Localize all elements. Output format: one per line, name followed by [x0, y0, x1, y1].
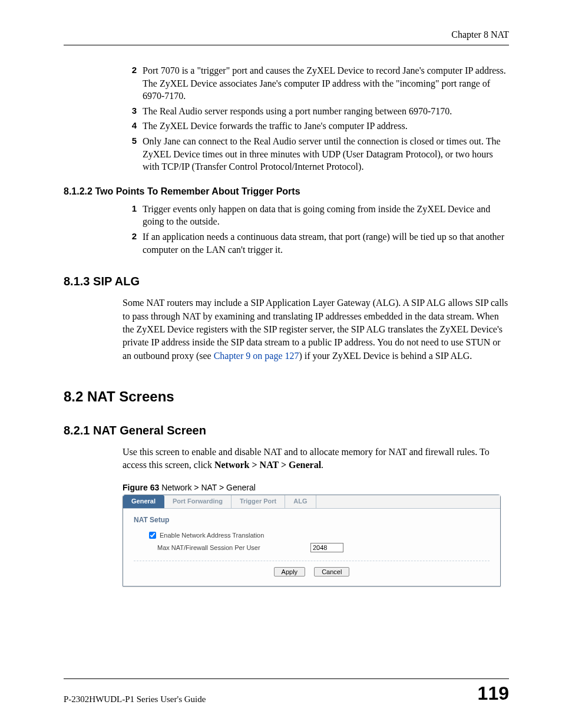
- step-text: Only Jane can connect to the Real Audio …: [143, 135, 509, 173]
- figure-caption: Figure 63 Network > NAT > General: [123, 483, 509, 492]
- step-text: Port 7070 is a "trigger" port and causes…: [143, 64, 509, 103]
- heading-8-2-1: 8.2.1 NAT General Screen: [64, 424, 509, 437]
- chapter-header: Chapter 8 NAT: [64, 29, 509, 40]
- nat-general-screenshot: General Port Forwarding Trigger Port ALG…: [123, 495, 501, 587]
- step-number: 3: [123, 105, 137, 116]
- enable-nat-checkbox[interactable]: [149, 532, 156, 539]
- nat-general-paragraph: Use this screen to enable and disable NA…: [123, 446, 509, 472]
- header-rule: [64, 45, 509, 45]
- panel-title: NAT Setup: [134, 516, 490, 524]
- tab-port-forwarding[interactable]: Port Forwarding: [164, 495, 232, 508]
- step-number: 1: [123, 203, 137, 213]
- tab-trigger-port[interactable]: Trigger Port: [232, 495, 285, 508]
- sip-alg-text-b: ) if your ZyXEL Device is behind a SIP A…: [299, 351, 472, 361]
- figure-number: Figure 63: [123, 483, 159, 492]
- step-number: 2: [123, 64, 137, 75]
- footer-rule: [64, 678, 509, 679]
- page-number: 119: [478, 683, 509, 704]
- step-text: The ZyXEL Device forwards the traffic to…: [143, 120, 509, 133]
- heading-8-2: 8.2 NAT Screens: [64, 388, 509, 405]
- tab-alg[interactable]: ALG: [285, 495, 316, 508]
- max-session-label: Max NAT/Firewall Session Per User: [157, 544, 310, 551]
- heading-8-1-3: 8.1.3 SIP ALG: [64, 275, 509, 288]
- footer-guide-name: P-2302HWUDL-P1 Series User's Guide: [64, 694, 206, 704]
- tab-general[interactable]: General: [123, 495, 164, 508]
- chapter-9-link[interactable]: Chapter 9 on page 127: [214, 351, 299, 361]
- nat-general-text-b: .: [321, 460, 323, 470]
- enable-nat-label: Enable Network Address Translation: [160, 532, 313, 539]
- figure-caption-text: Network > NAT > General: [159, 483, 256, 492]
- step-number: 5: [123, 135, 137, 146]
- trigger-port-steps: 2Port 7070 is a "trigger" port and cause…: [123, 64, 509, 173]
- heading-8-1-2-2: 8.1.2.2 Two Points To Remember About Tri…: [64, 186, 509, 197]
- step-number: 4: [123, 120, 137, 130]
- step-number: 2: [123, 230, 137, 241]
- step-text: If an application needs a continuous dat…: [143, 230, 509, 256]
- step-text: The Real Audio server responds using a p…: [143, 105, 509, 118]
- cancel-button[interactable]: Cancel: [314, 567, 349, 577]
- apply-button[interactable]: Apply: [274, 567, 306, 577]
- trigger-ports-remember-list: 1Trigger events only happen on data that…: [123, 203, 509, 256]
- sip-alg-paragraph: Some NAT routers may include a SIP Appli…: [123, 297, 509, 363]
- nav-path: Network > NAT > General: [214, 460, 321, 470]
- step-text: Trigger events only happen on data that …: [143, 203, 509, 228]
- tab-bar: General Port Forwarding Trigger Port ALG: [123, 495, 500, 509]
- max-session-input[interactable]: [310, 543, 343, 552]
